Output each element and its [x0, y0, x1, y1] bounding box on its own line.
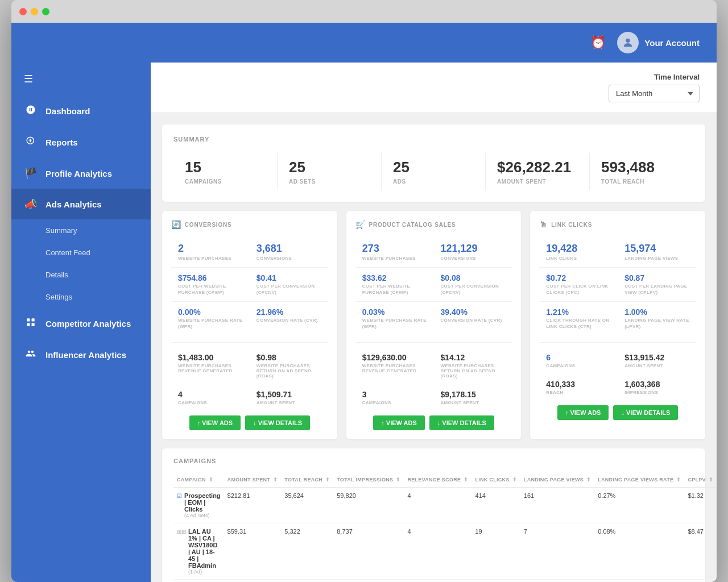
- time-interval-select[interactable]: Last Month Today Last Week Last 3 Months…: [609, 85, 700, 102]
- lc-cpc: $0.72 COST PER CLICK ON LINK CLICKS (CPC…: [539, 268, 618, 302]
- pcs-amount-spent: $9,178.15 AMOUNT SPENT: [433, 386, 512, 409]
- col-link-clicks[interactable]: LINK CLICKS ⬆: [471, 472, 520, 488]
- avatar: [617, 32, 639, 53]
- close-button[interactable]: [19, 8, 27, 15]
- link-clicks-metrics: 19,428 LINK CLICKS 15,974 LANDING PAGE V…: [539, 237, 696, 335]
- minimize-button[interactable]: [31, 8, 38, 15]
- col-total-impressions[interactable]: TOTAL IMPRESSIONS ⬆: [333, 472, 404, 488]
- product-catalog-view-ads-button[interactable]: ↑ VIEW ADS: [373, 415, 425, 430]
- link-clicks-actions: ↑ VIEW ADS ↓ VIEW DETAILS: [539, 405, 696, 420]
- conv-amount-spent: $1,509.71 AMOUNT SPENT: [250, 386, 328, 409]
- svg-rect-3: [27, 323, 30, 326]
- sidebar-sub-summary[interactable]: Summary: [11, 219, 151, 242]
- conversions-footer: $1,483.00 WEBSITE PURCHASES REVENUE GENE…: [171, 342, 328, 409]
- sidebar-item-dashboard[interactable]: Dashboard: [11, 95, 151, 127]
- pcs-roas: $14.12 WEBSITE PURCHASES RETURN ON AD SP…: [433, 350, 512, 382]
- col-campaign[interactable]: CAMPAIGN ⬆: [173, 472, 224, 488]
- table-row: ☑ Prospecting | EOM | Clicks (4 Ad Sets)…: [173, 487, 717, 523]
- link-clicks-view-ads-button[interactable]: ↑ VIEW ADS: [557, 405, 609, 420]
- summary-campaigns-value: 15: [185, 159, 266, 176]
- lc-link-clicks: 19,428 LINK CLICKS: [539, 237, 618, 268]
- product-catalog-metrics: 273 WEBSITE PURCHASES 121,129 CONVERSION…: [355, 237, 512, 335]
- campaigns-table-header: CAMPAIGN ⬆ AMOUNT SPENT ⬆ TOTAL REACH ⬆ …: [173, 472, 717, 488]
- link-clicks-icon: 🖱: [539, 220, 548, 229]
- metrics-row: 🔄 CONVERSIONS 2 WEBSITE PURCHASES 3,681: [162, 211, 705, 439]
- col-relevance-score[interactable]: RELEVANCE SCORE ⬆: [404, 472, 471, 488]
- ads-analytics-icon: 📣: [24, 198, 38, 210]
- conv-roas: $0.98 WEBSITE PURCHASES RETURN ON AD SPE…: [250, 350, 328, 382]
- sidebar-sub-content-feed[interactable]: Content Feed: [11, 242, 151, 264]
- conv-cpwp: $754.86 COST PER WEBSITE PURCHASE (CPWP): [171, 268, 250, 302]
- link-clicks-view-details-button[interactable]: ↓ VIEW DETAILS: [613, 405, 678, 420]
- lc-campaigns: 6 CAMPAIGNS: [539, 350, 618, 372]
- lc-lpvr: 1.00% LANDING PAGE VIEW RATE (LPVR): [618, 302, 696, 335]
- main-layout: ☰ Dashboard Reports 🏴: [11, 63, 717, 582]
- summary-campaigns-label: CAMPAIGNS: [185, 178, 266, 185]
- col-amount-spent[interactable]: AMOUNT SPENT ⬆: [224, 472, 282, 488]
- conv-conversions: 3,681 CONVERSIONS: [250, 237, 328, 268]
- conversions-metrics: 2 WEBSITE PURCHASES 3,681 CONVERSIONS $7…: [171, 237, 328, 335]
- svg-rect-4: [32, 323, 35, 326]
- content-area: Time Interval Last Month Today Last Week…: [151, 63, 717, 582]
- col-lpv-rate[interactable]: LANDING PAGE VIEWS RATE ⬆: [594, 472, 684, 488]
- sidebar-item-dashboard-label: Dashboard: [46, 106, 90, 116]
- sidebar-item-reports[interactable]: Reports: [11, 127, 151, 158]
- ads-analytics-submenu: Summary Content Feed Details Settings: [11, 219, 151, 308]
- pcs-website-purchases: 273 WEBSITE PURCHASES: [355, 237, 434, 268]
- pcs-cvr: 39.40% CONVERSION RATE (CVR): [433, 302, 512, 335]
- product-catalog-footer: $129,630.00 WEBSITE PURCHASES REVENUE GE…: [355, 342, 512, 409]
- conv-campaigns: 4 CAMPAIGNS: [171, 386, 250, 409]
- titlebar: [11, 0, 717, 23]
- account-menu[interactable]: Your Account: [617, 32, 700, 53]
- conversions-view-details-button[interactable]: ↓ VIEW DETAILS: [245, 415, 310, 430]
- product-catalog-icon: 🛒: [355, 220, 366, 229]
- notification-bell-icon[interactable]: ⏰: [590, 35, 606, 50]
- summary-adsets-value: 25: [289, 159, 370, 176]
- conversions-card: 🔄 CONVERSIONS 2 WEBSITE PURCHASES 3,681: [162, 211, 337, 439]
- conv-wpr: 0.00% WEBSITE PURCHASE RATE (WPR): [171, 302, 250, 335]
- summary-adsets: 25 AD SETS: [278, 153, 382, 190]
- pcs-revenue: $129,630.00 WEBSITE PURCHASES REVENUE GE…: [355, 350, 434, 382]
- pcs-cpcnv: $0.08 COST PER CONVERSION (CPCNV): [433, 268, 512, 302]
- conv-website-purchases: 2 WEBSITE PURCHASES: [171, 237, 250, 268]
- topbar: ⏰ Your Account: [11, 23, 717, 63]
- conv-cvr: 21.96% CONVERSION RATE (CVR): [250, 302, 328, 335]
- competitor-analytics-icon: [24, 317, 38, 330]
- sidebar-item-profile-analytics-label: Profile Analytics: [46, 169, 112, 178]
- sidebar-item-profile-analytics[interactable]: 🏴 Profile Analytics: [11, 158, 151, 189]
- summary-campaigns: 15 CAMPAIGNS: [173, 153, 278, 190]
- sidebar-item-influencer-analytics-label: Influencer Analytics: [46, 350, 126, 360]
- maximize-button[interactable]: [42, 8, 49, 15]
- link-clicks-card: 🖱 LINK CLICKS 19,428 LINK CLICKS 15,974: [530, 211, 705, 439]
- sidebar-item-competitor-analytics[interactable]: Competitor Analytics: [11, 308, 151, 339]
- col-total-reach[interactable]: TOTAL REACH ⬆: [281, 472, 333, 488]
- sidebar-sub-settings[interactable]: Settings: [11, 286, 151, 308]
- sidebar-item-ads-analytics[interactable]: 📣 Ads Analytics: [11, 189, 151, 219]
- conv-revenue: $1,483.00 WEBSITE PURCHASES REVENUE GENE…: [171, 350, 250, 382]
- lc-impressions: 1,603,368 IMPRESSIONS: [618, 376, 696, 398]
- link-clicks-footer: 6 CAMPAIGNS $13,915.42 AMOUNT SPENT: [539, 342, 696, 398]
- col-cplpv[interactable]: CPLPV ⬆: [684, 472, 717, 488]
- account-label: Your Account: [644, 38, 700, 48]
- lc-amount-spent: $13,915.42 AMOUNT SPENT: [618, 350, 696, 372]
- influencer-analytics-icon: [24, 348, 38, 361]
- table-row: ⊞⊞ LAL AU 1% | CA | WSV180D | AU | 18-45…: [173, 523, 717, 579]
- sidebar-sub-details[interactable]: Details: [11, 264, 151, 286]
- conversions-actions: ↑ VIEW ADS ↓ VIEW DETAILS: [171, 415, 328, 430]
- svg-rect-1: [27, 318, 30, 321]
- reports-icon: [24, 136, 38, 149]
- conversions-view-ads-button[interactable]: ↑ VIEW ADS: [189, 415, 241, 430]
- product-catalog-actions: ↑ VIEW ADS ↓ VIEW DETAILS: [355, 415, 512, 430]
- profile-analytics-icon: 🏴: [24, 167, 38, 180]
- time-interval-label: Time Interval: [654, 73, 700, 81]
- sidebar-item-influencer-analytics[interactable]: Influencer Analytics: [11, 339, 151, 371]
- summary-total-reach-label: TOTAL REACH: [601, 178, 682, 185]
- conversions-title: 🔄 CONVERSIONS: [171, 220, 328, 229]
- col-landing-page-views[interactable]: LANDING PAGE VIEWS ⬆: [520, 472, 594, 488]
- sidebar-item-ads-analytics-label: Ads Analytics: [46, 199, 102, 209]
- summary-total-reach-value: 593,488: [601, 159, 682, 176]
- conversions-icon: 🔄: [171, 220, 181, 229]
- hamburger-menu[interactable]: ☰: [11, 63, 151, 95]
- app: ⏰ Your Account ☰: [11, 23, 717, 582]
- product-catalog-view-details-button[interactable]: ↓ VIEW DETAILS: [429, 415, 494, 430]
